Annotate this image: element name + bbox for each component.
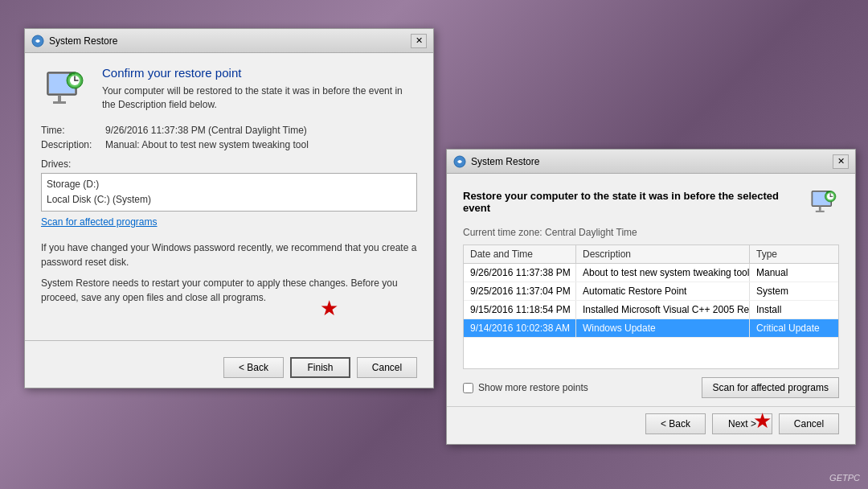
next-button[interactable]: Next > <box>712 413 772 434</box>
cell-date-0: 9/26/2016 11:37:38 PM <box>464 264 576 281</box>
dialog2-button-row: < Back Next > Cancel <box>447 406 855 444</box>
cell-desc-0: About to test new system tweaking tool <box>576 264 750 281</box>
table-header: Date and Time Description Type <box>464 245 838 264</box>
time-row: Time: 9/26/2016 11:37:38 PM (Central Day… <box>41 125 417 136</box>
dialog-confirm-restore: System Restore ✕ <box>24 28 434 388</box>
desc-value: Manual: About to test new system tweakin… <box>105 139 309 150</box>
cell-desc-1: Automatic Restore Point <box>576 282 750 300</box>
drives-section: Drives: Storage (D:) Local Disk (C:) (Sy… <box>41 158 417 228</box>
dialog1-subtitle: Your computer will be restored to the st… <box>102 84 417 112</box>
system-restore-titlebar-icon <box>31 35 44 47</box>
time-value: 9/26/2016 11:37:38 PM (Central Daylight … <box>105 125 307 136</box>
title-bar-left-1: System Restore <box>31 35 117 47</box>
show-more-label[interactable]: Show more restore points <box>463 382 588 393</box>
table-row[interactable]: 9/14/2016 10:02:38 AMWindows UpdateCriti… <box>464 319 838 338</box>
description-row: Description: Manual: About to test new s… <box>41 139 417 150</box>
drive2: Local Disk (C:) (System) <box>47 192 411 208</box>
back-button-2[interactable]: < Back <box>645 413 706 434</box>
password-note: If you have changed your Windows passwor… <box>41 240 417 269</box>
cell-type-2: Install <box>750 301 838 318</box>
back-button-1[interactable]: < Back <box>223 357 284 378</box>
cancel-button-2[interactable]: Cancel <box>779 413 839 434</box>
show-more-checkbox[interactable] <box>463 383 473 393</box>
system-restore-titlebar-icon-2 <box>453 155 466 168</box>
dialog-restore-list: System Restore ✕ Restore your computer t… <box>446 149 856 445</box>
dialog1-text-area: Confirm your restore point Your computer… <box>102 66 417 112</box>
dialog1-heading: Confirm your restore point <box>102 66 417 80</box>
table-row[interactable]: 9/25/2016 11:37:04 PMAutomatic Restore P… <box>464 282 838 301</box>
show-more-text: Show more restore points <box>478 382 588 393</box>
drives-label: Drives: <box>41 158 417 170</box>
drives-box: Storage (D:) Local Disk (C:) (System) <box>41 173 417 212</box>
svg-rect-4 <box>53 101 66 104</box>
title-bar-2: System Restore ✕ <box>447 150 855 174</box>
table-row[interactable]: 9/15/2016 11:18:54 PMInstalled Microsoft… <box>464 301 838 319</box>
cell-type-3: Critical Update <box>750 319 838 337</box>
computer-restore-icon <box>43 66 88 111</box>
cell-desc-2: Installed Microsoft Visual C++ 2005 Redi… <box>576 301 750 318</box>
restore-icon-area <box>41 66 89 111</box>
table-row[interactable]: 9/26/2016 11:37:38 PMAbout to test new s… <box>464 264 838 282</box>
dialog1-content: Confirm your restore point Your computer… <box>25 53 433 331</box>
col-type-header[interactable]: Type <box>750 245 838 263</box>
cell-date-3: 9/14/2016 10:02:38 AM <box>464 319 576 337</box>
scan-affected-link[interactable]: Scan for affected programs <box>41 216 158 228</box>
restore-points-table: Date and Time Description Type 9/26/2016… <box>463 244 839 369</box>
title-bar-text-1: System Restore <box>49 35 117 47</box>
title-bar-1: System Restore ✕ <box>25 29 433 53</box>
table-body: 9/26/2016 11:37:38 PMAbout to test new s… <box>464 264 838 368</box>
scan-affected-button[interactable]: Scan for affected programs <box>702 377 839 398</box>
dialog2-icon-area <box>809 187 839 217</box>
cell-type-0: Manual <box>750 264 838 281</box>
finish-button[interactable]: Finish <box>290 357 350 378</box>
svg-rect-15 <box>816 211 825 212</box>
restart-note: System Restore needs to restart your com… <box>41 276 417 305</box>
cell-desc-3: Windows Update <box>576 319 750 337</box>
close-button-1[interactable]: ✕ <box>411 34 427 48</box>
watermark: GETPC <box>829 473 860 483</box>
computer-restore-icon-2 <box>809 187 839 217</box>
cell-date-1: 9/25/2016 11:37:04 PM <box>464 282 576 300</box>
desc-label: Description: <box>41 139 105 150</box>
dialog1-button-row: < Back Finish Cancel <box>25 351 433 388</box>
col-desc-header[interactable]: Description <box>576 245 750 263</box>
col-date-header[interactable]: Date and Time <box>464 245 576 263</box>
drive1: Storage (D:) <box>47 177 411 192</box>
dialog1-header: Confirm your restore point Your computer… <box>41 66 417 112</box>
cancel-button-1[interactable]: Cancel <box>357 357 417 378</box>
svg-rect-14 <box>819 206 821 210</box>
title-bar-left-2: System Restore <box>453 155 539 168</box>
bottom-row: Show more restore points Scan for affect… <box>447 369 855 406</box>
time-label: Time: <box>41 125 105 136</box>
dialog2-heading: Restore your computer to the state it wa… <box>463 190 809 214</box>
close-button-2[interactable]: ✕ <box>833 154 849 169</box>
cell-date-2: 9/15/2016 11:18:54 PM <box>464 301 576 318</box>
title-bar-text-2: System Restore <box>471 156 539 167</box>
svg-rect-3 <box>58 95 61 101</box>
cell-type-1: System <box>750 282 838 300</box>
dialog2-header: Restore your computer to the state it wa… <box>447 174 855 227</box>
timezone-row: Current time zone: Central Daylight Time <box>447 227 855 244</box>
